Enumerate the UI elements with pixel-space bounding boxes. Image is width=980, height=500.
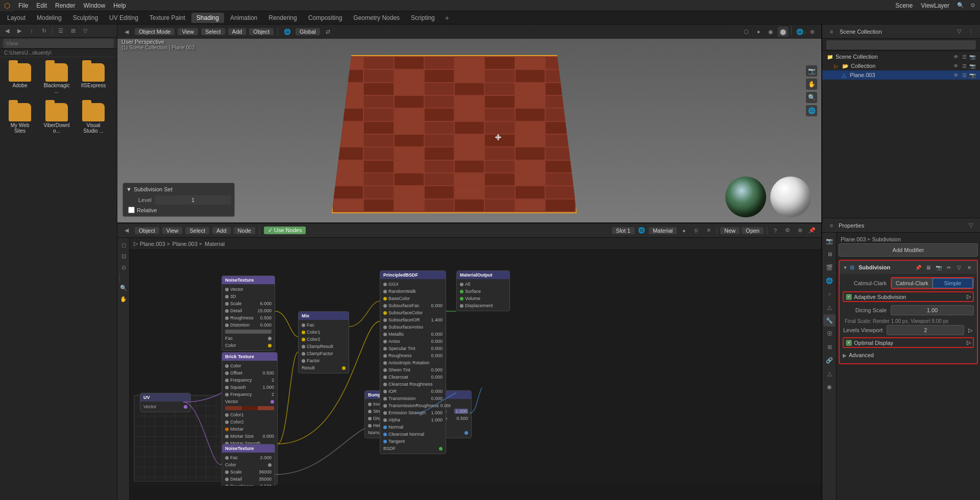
ne-content[interactable]: UV Vector — [130, 250, 821, 486]
props-filter[interactable]: ▽ — [966, 220, 976, 231]
node-mix[interactable]: Mix Fac Color1 Color2 ClampResult ClampF… — [298, 311, 349, 373]
tab-compositing[interactable]: Compositing — [303, 13, 348, 23]
mod-expand-icon[interactable]: ▽ — [954, 263, 964, 272]
file-item-viber[interactable]: ViberDownlo... — [41, 101, 72, 136]
ne-lasso-tool[interactable]: ⊙ — [118, 262, 129, 272]
ne-add-btn[interactable]: Add — [212, 227, 231, 234]
ne-copy-icon[interactable]: ⎘ — [691, 226, 701, 236]
node-principled[interactable]: PrincipledBSDF GGX RandomWalk BaseColor … — [380, 270, 446, 454]
viewport-object-btn[interactable]: Object — [249, 28, 274, 35]
prop-tab-data[interactable]: △ — [823, 367, 836, 380]
nav-parent[interactable]: ↑ — [27, 26, 37, 36]
tab-modeling[interactable]: Modeling — [32, 13, 67, 23]
viewport-add-btn[interactable]: Add — [228, 28, 247, 35]
outliner-scene-collection[interactable]: 📁 Scene Collection 👁 ☰ 📷 — [822, 52, 980, 61]
col-vis-select[interactable]: ☰ — [961, 62, 968, 69]
ne-hand-tool[interactable]: ✋ — [118, 294, 129, 304]
node-noise2[interactable]: NoiseTexture Fac2.000 Color Scale36000 D… — [222, 444, 275, 486]
view-list[interactable]: ☰ — [56, 26, 66, 36]
menu-file[interactable]: File — [14, 0, 32, 11]
nav-back[interactable]: ◀ — [2, 26, 12, 36]
prop-tab-obj[interactable]: △ — [823, 301, 836, 313]
btn-catmul-clark[interactable]: Catmul-Clark — [892, 278, 933, 288]
vis-select[interactable]: ☰ — [961, 53, 968, 60]
ne-crumb-plane[interactable]: Plane.003 — [140, 241, 165, 247]
col-vis-eye[interactable]: 👁 — [952, 62, 960, 69]
ne-view-btn[interactable]: View — [162, 227, 183, 234]
optimal-display-checkbox[interactable]: ✓ — [846, 340, 852, 346]
menu-render[interactable]: Render — [51, 0, 79, 11]
node-noise1[interactable]: NoiseTexture Vector 3D Scale6.000 Detail… — [222, 276, 275, 351]
ne-mat-icon2[interactable]: ● — [679, 226, 689, 236]
file-item-blackmagic[interactable]: Blackmagic ... — [41, 61, 72, 96]
menu-window[interactable]: Window — [79, 0, 109, 11]
ne-world-icon[interactable]: 🌐 — [636, 226, 647, 236]
mod-render-icon[interactable]: 📷 — [934, 263, 943, 272]
levels-viewport-input[interactable] — [887, 325, 964, 335]
world-icon[interactable]: 🌐 — [806, 105, 817, 116]
add-workspace-tab[interactable]: + — [441, 12, 453, 23]
ne-box-tool[interactable]: ⊡ — [118, 251, 129, 261]
ne-pin-icon[interactable]: 📌 — [807, 226, 817, 236]
btn-simple[interactable]: Simple — [933, 278, 973, 288]
bc-subdivision[interactable]: Subdivision — [872, 236, 901, 242]
ne-node-btn[interactable]: Node — [234, 227, 255, 234]
ne-crumb-material[interactable]: Material — [205, 241, 225, 247]
zoom-icon[interactable]: 🔍 — [806, 92, 817, 103]
viewport-shading-solid[interactable]: ● — [753, 27, 764, 37]
viewport-shading-wire[interactable]: ⬡ — [741, 27, 751, 37]
ne-crumb-plane2[interactable]: Plane.003 — [173, 241, 198, 247]
prop-tab-particles[interactable]: ⦿ — [823, 328, 836, 340]
ne-slot-btn[interactable]: Slot 1 — [612, 227, 634, 234]
viewport-toggle[interactable]: ◀ — [121, 27, 132, 37]
ne-help-icon[interactable]: ? — [770, 226, 780, 236]
viewport-select-btn[interactable]: Select — [201, 28, 225, 35]
nav-forward[interactable]: ▶ — [14, 26, 24, 36]
prop-tab-render[interactable]: 📷 — [823, 235, 836, 247]
viewport-gizmo-toggle[interactable]: 🌐 — [795, 27, 805, 37]
ne-settings-icon[interactable]: ⚙ — [782, 226, 793, 236]
transform-icon[interactable]: ⇄ — [323, 27, 333, 37]
prop-tab-constraints[interactable]: 🔗 — [823, 354, 836, 366]
file-item-websites[interactable]: My Web Sites — [4, 101, 36, 136]
filter-btn[interactable]: ▽ — [80, 26, 90, 36]
file-item-adobe[interactable]: Adobe — [4, 61, 36, 96]
global-btn[interactable]: Global — [296, 28, 320, 35]
tab-sculpting[interactable]: Sculpting — [68, 13, 103, 23]
menu-help[interactable]: Help — [109, 0, 130, 11]
viewport-shading-mat[interactable]: ◉ — [766, 27, 776, 37]
mod-header[interactable]: ▼ ⊞ Subdivision 📌 🖥 📷 ✏ ▽ ✕ — [840, 261, 977, 274]
ne-unlink-icon[interactable]: ✕ — [703, 226, 714, 236]
node-editor[interactable]: ◀ Object View Select Add Node ✓ Use Node… — [117, 223, 821, 500]
tab-animation[interactable]: Animation — [225, 13, 262, 23]
adaptive-checkbox[interactable]: ✓ — [846, 294, 852, 300]
tab-texture-paint[interactable]: Texture Paint — [144, 13, 190, 23]
camera-view-icon[interactable]: 📷 — [806, 65, 817, 77]
ne-select-tool[interactable]: ◻ — [118, 240, 129, 250]
ne-use-nodes-btn[interactable]: ✓ Use Nodes — [264, 227, 306, 234]
add-modifier-button[interactable]: Add Modifier — [839, 243, 978, 257]
advanced-row[interactable]: ▶ Advanced — [843, 350, 974, 360]
tab-layout[interactable]: Layout — [2, 13, 31, 23]
node-uv[interactable]: UV Vector — [140, 393, 191, 412]
open-btn[interactable]: Open — [742, 227, 764, 234]
file-item-iisexpress[interactable]: IISExpress — [78, 61, 109, 96]
levels-expand[interactable]: ▷ — [966, 325, 974, 335]
mod-realtime-icon[interactable]: 🖥 — [924, 263, 933, 272]
dicing-scale-input[interactable] — [891, 305, 974, 315]
tab-shading[interactable]: Shading — [191, 13, 224, 23]
ne-select-btn[interactable]: Select — [185, 227, 209, 234]
search-icon[interactable]: 🔍 — [955, 1, 966, 11]
ne-toggle[interactable]: ◀ — [121, 226, 132, 236]
sidebar-search-input[interactable] — [3, 39, 114, 48]
tab-uv-editing[interactable]: UV Editing — [104, 13, 143, 23]
global-transform[interactable]: 🌐 — [282, 27, 292, 37]
prop-tab-modifier[interactable]: 🔧 — [823, 314, 836, 327]
outliner-filter[interactable]: ▽ — [954, 27, 964, 37]
prop-tab-scene[interactable]: 🌐 — [823, 274, 836, 287]
vis-render[interactable]: 📷 — [969, 53, 976, 60]
view-grid[interactable]: ⊞ — [68, 26, 78, 36]
outliner-search-input[interactable] — [826, 40, 976, 49]
object-mode-btn[interactable]: Object Mode — [135, 28, 175, 35]
mod-close-icon[interactable]: ✕ — [965, 263, 974, 272]
